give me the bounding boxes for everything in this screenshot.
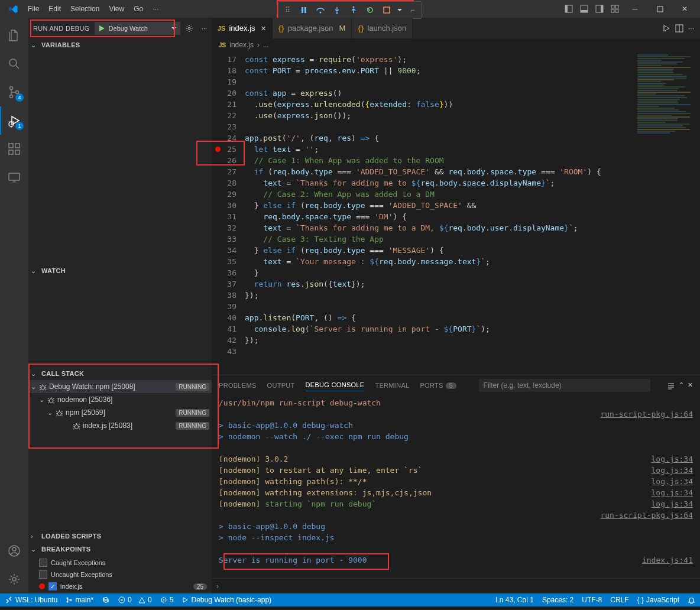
debug-dropdown[interactable] [396,3,404,17]
menu-selection[interactable]: Selection [66,2,104,15]
panel-maximize-icon[interactable]: ⌃ [679,381,684,390]
tab-run-icon[interactable] [662,24,670,33]
sb-notifications[interactable] [688,596,695,604]
checkbox[interactable] [39,570,47,579]
console-source-link[interactable]: run-script-pkg.js:64 [600,510,693,521]
sb-spaces[interactable]: Spaces: 2 [542,596,573,604]
activity-search[interactable] [0,50,28,78]
debug-console-body[interactable]: /usr/bin/npm run-script debug-watch run-… [212,395,700,578]
svg-rect-11 [601,5,603,12]
debug-settings-icon[interactable] [185,24,197,33]
layout-panel-bottom[interactable] [577,2,591,16]
tab-ports[interactable]: PORTS5 [420,379,456,391]
run-debug-title: RUN AND DEBUG [33,25,90,32]
debug-step-out[interactable] [346,3,361,17]
sb-branch[interactable]: main* [66,596,93,604]
tab-index-js[interactable]: JSindex.js× [212,18,273,38]
tab-debug-console[interactable]: DEBUG CONSOLE [306,379,365,391]
console-source-link[interactable]: log.js:34 [652,487,693,498]
svg-rect-22 [9,144,13,148]
tab-split-icon[interactable] [675,24,683,33]
callstack-row[interactable]: index.js [25083]RUNNING [28,419,212,432]
tab-terminal[interactable]: TERMINAL [375,379,409,391]
callstack-section-header[interactable]: ⌄CALL STACK [28,367,212,380]
sb-debug[interactable]: Debug Watch (basic-app) [182,596,271,604]
callstack-row[interactable]: ⌄nodemon [25036] [28,393,212,406]
activity-account[interactable] [0,537,28,565]
window-maximize[interactable] [648,0,672,18]
minimap[interactable] [635,51,700,375]
checkbox-checked[interactable]: ✓ [48,582,57,590]
sb-lang[interactable]: { } JavaScript [637,596,679,604]
layout-customize[interactable] [608,2,622,16]
debug-more[interactable]: ⌐ [405,3,420,17]
callstack-row[interactable]: ⌄npm [25059]RUNNING [28,406,212,419]
gutter[interactable]: 1718192021222324252627282930313233343536… [212,51,245,375]
console-source-link[interactable]: log.js:34 [652,498,693,510]
menu-view[interactable]: View [104,2,129,15]
debug-step-into[interactable] [329,3,345,17]
bug-icon [72,421,80,430]
debug-restart[interactable] [362,3,378,17]
menu-edit[interactable]: Edit [44,2,66,15]
breakpoints-header[interactable]: ⌄BREAKPOINTS [28,543,212,556]
activity-settings[interactable] [0,565,28,593]
breakpoint-icon[interactable] [215,147,221,152]
code-area[interactable]: const express = require('express');const… [245,51,635,375]
tab-output[interactable]: OUTPUT [267,379,295,391]
checkbox[interactable] [39,559,47,567]
bp-uncaught[interactable]: Uncaught Exceptions [28,569,212,580]
variables-section-header[interactable]: ⌄VARIABLES [28,38,212,51]
activity-remote[interactable] [0,163,28,192]
panel-close-icon[interactable]: ✕ [688,381,693,390]
breadcrumb[interactable]: JS index.js › ... [212,38,700,51]
sb-ports[interactable]: 5 [160,596,174,604]
panel-filter-input[interactable]: Filter (e.g. text, !exclude) [479,379,650,392]
loaded-scripts-header[interactable]: ›LOADED SCRIPTS [28,530,212,543]
panel-clear-icon[interactable] [667,381,675,390]
activity-explorer[interactable] [0,21,28,50]
sb-sync[interactable] [102,596,110,604]
console-source-link[interactable]: log.js:34 [652,465,693,476]
console-source-link[interactable]: log.js:34 [652,453,693,465]
menu-file[interactable]: File [23,2,44,15]
tab-launch-json[interactable]: {}launch.json [352,18,413,38]
sb-position[interactable]: Ln 43, Col 1 [495,596,534,604]
tab-package-json[interactable]: {}package.jsonM [273,18,352,38]
console-source-link[interactable]: log.js:34 [652,476,693,487]
activity-debug[interactable]: 1 [0,106,28,135]
console-source-link[interactable]: run-script-pkg.js:64 [600,408,693,420]
sb-encoding[interactable]: UTF-8 [582,596,602,604]
bp-file[interactable]: ✓index.js25 [28,580,212,592]
tab-more-icon[interactable]: ··· [688,24,694,33]
tab-problems[interactable]: PROBLEMS [219,379,257,391]
debug-stop[interactable] [379,3,394,17]
layout-panel-right[interactable] [592,2,607,16]
debug-console-input[interactable]: › [212,578,700,593]
debug-step-over[interactable] [313,3,328,17]
editor[interactable]: 1718192021222324252627282930313233343536… [212,51,700,375]
file-icon: {} [278,24,284,33]
watch-section-header[interactable]: ⌄WATCH [28,264,212,277]
debug-drag-handle[interactable]: ⠿ [280,3,295,17]
svg-rect-7 [565,5,568,12]
close-icon[interactable]: × [261,24,266,33]
bug-icon [47,395,55,404]
debug-more-icon[interactable]: ··· [202,25,207,32]
menu-more[interactable]: ··· [148,2,163,15]
console-source-link[interactable]: index.js:41 [642,554,693,566]
callstack-row[interactable]: ⌄Debug Watch: npm [25008]RUNNING [28,380,212,393]
window-close[interactable]: ✕ [673,0,696,18]
sb-eol[interactable]: CRLF [610,596,628,604]
window-minimize[interactable]: ─ [623,0,647,18]
debug-pause[interactable] [296,3,312,17]
bp-caught[interactable]: Caught Exceptions [28,557,212,569]
sb-remote[interactable]: WSL: Ubuntu [5,596,57,604]
sb-errors[interactable]: 0 0 [118,596,152,604]
layout-panel-left[interactable] [562,2,576,16]
menu-go[interactable]: Go [129,2,148,15]
watch-title: WATCH [41,267,66,274]
activity-extensions[interactable] [0,135,28,163]
activity-source-control[interactable]: 4 [0,78,28,106]
debug-config-select[interactable]: Debug Watch [95,22,180,35]
